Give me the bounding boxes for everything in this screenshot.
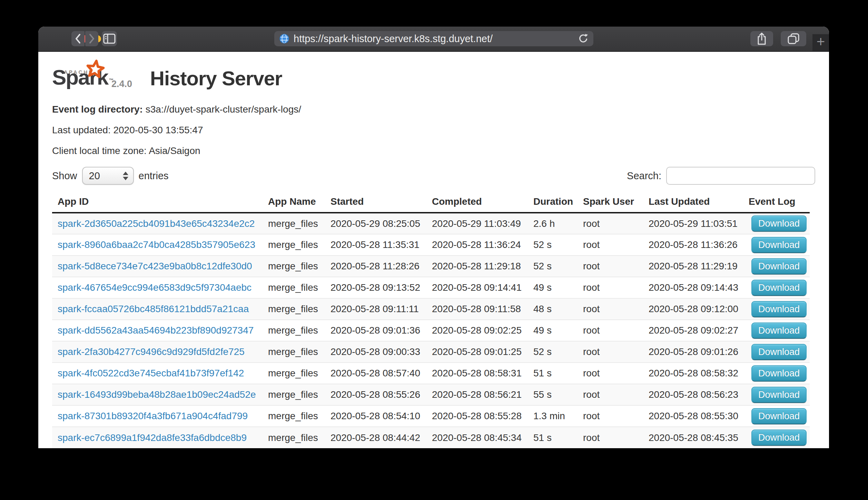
download-button[interactable]: Download — [751, 408, 807, 424]
app-id-link[interactable]: spark-467654e9cc994e6583d9c5f97304aebc — [58, 282, 251, 293]
completed-cell: 2020-05-28 08:45:34 — [426, 427, 528, 448]
table-row: spark-16493d99beba48b28ae1b09ec24ad52eme… — [52, 384, 810, 405]
table-header: App ID App Name Started Completed Durati… — [52, 191, 810, 213]
browser-window: https://spark-history-server.k8s.stg.duy… — [38, 27, 829, 448]
column-header-app-name[interactable]: App Name — [263, 191, 325, 213]
download-button[interactable]: Download — [751, 258, 807, 275]
address-bar[interactable]: https://spark-history-server.k8s.stg.duy… — [274, 31, 593, 46]
app-id-cell: spark-467654e9cc994e6583d9c5f97304aebc — [52, 277, 263, 298]
last-updated-cell: 2020-05-28 08:58:32 — [643, 363, 743, 384]
app-id-link[interactable]: spark-fccaa05726bc485f86121bdd57a21caa — [58, 304, 249, 314]
completed-cell: 2020-05-28 09:14:41 — [426, 277, 528, 298]
tabs-overview-button[interactable] — [781, 31, 806, 46]
page-size-select[interactable]: 20 — [82, 167, 134, 185]
started-cell: 2020-05-28 08:54:10 — [325, 405, 426, 427]
event-log-cell: Download — [743, 405, 810, 427]
spark-user-cell: root — [578, 427, 643, 448]
completed-cell: 2020-05-28 09:02:25 — [426, 320, 528, 341]
column-header-started[interactable]: Started — [325, 191, 426, 213]
download-button[interactable]: Download — [751, 301, 807, 317]
download-button[interactable]: Download — [751, 344, 807, 360]
started-cell: 2020-05-29 08:25:05 — [325, 213, 426, 234]
app-name-cell: merge_files — [263, 298, 325, 320]
last-updated-cell: 2020-05-28 08:55:30 — [643, 405, 743, 427]
spark-user-cell: root — [578, 320, 643, 341]
download-button[interactable]: Download — [751, 430, 807, 446]
app-id-link[interactable]: spark-dd5562a43aa54694b223bf890d927347 — [58, 325, 254, 336]
app-name-cell: merge_files — [263, 341, 325, 363]
table-row: spark-5d8ece734e7c423e9ba0b8c12dfe30d0me… — [52, 256, 810, 277]
column-header-last-updated[interactable]: Last Updated — [643, 191, 743, 213]
duration-cell: 52 s — [528, 256, 578, 277]
duration-cell: 49 s — [528, 277, 578, 298]
duration-cell: 51 s — [528, 363, 578, 384]
completed-cell: 2020-05-28 08:55:28 — [426, 405, 528, 427]
app-id-cell: spark-8960a6baa2c74b0ca4285b357905e623 — [52, 234, 263, 256]
completed-cell: 2020-05-28 09:01:25 — [426, 341, 528, 363]
app-id-link[interactable]: spark-ec7c6899a1f942da8fe33fa6dbdce8b9 — [58, 432, 247, 443]
download-button[interactable]: Download — [751, 237, 807, 253]
globe-icon — [279, 33, 289, 44]
column-header-event-log[interactable]: Event Log — [743, 191, 810, 213]
spark-user-cell: root — [578, 405, 643, 427]
duration-cell: 52 s — [528, 341, 578, 363]
app-id-link[interactable]: spark-5d8ece734e7c423e9ba0b8c12dfe30d0 — [58, 261, 252, 271]
duration-cell: 52 s — [528, 234, 578, 256]
completed-cell: 2020-05-29 11:03:49 — [426, 213, 528, 234]
app-id-link[interactable]: spark-4fc0522cd3e745ecbaf41b73f97ef142 — [58, 368, 244, 378]
column-header-spark-user[interactable]: Spark User — [578, 191, 643, 213]
table-row: spark-8960a6baa2c74b0ca4285b357905e623me… — [52, 234, 810, 256]
completed-cell: 2020-05-28 08:56:21 — [426, 384, 528, 405]
app-name-cell: merge_files — [263, 213, 325, 234]
forward-button[interactable] — [85, 31, 98, 46]
started-cell: 2020-05-28 11:28:26 — [325, 256, 426, 277]
sidebar-toggle-button[interactable] — [102, 31, 117, 46]
app-id-cell: spark-ec7c6899a1f942da8fe33fa6dbdce8b9 — [52, 427, 263, 448]
app-id-link[interactable]: spark-8960a6baa2c74b0ca4285b357905e623 — [58, 239, 255, 250]
app-id-cell: spark-87301b89320f4a3fb671a904c4fad799 — [52, 405, 263, 427]
started-cell: 2020-05-28 09:00:33 — [325, 341, 426, 363]
table-row: spark-87301b89320f4a3fb671a904c4fad799me… — [52, 405, 810, 427]
back-button[interactable] — [71, 31, 85, 46]
app-id-cell: spark-2fa30b4277c9496c9d929fd5fd2fe725 — [52, 341, 263, 363]
download-button[interactable]: Download — [751, 365, 807, 382]
column-header-duration[interactable]: Duration — [528, 191, 578, 213]
column-header-completed[interactable]: Completed — [426, 191, 528, 213]
url-text: https://spark-history-server.k8s.stg.duy… — [294, 33, 493, 45]
event-log-cell: Download — [743, 277, 810, 298]
event-log-cell: Download — [743, 341, 810, 363]
app-name-cell: merge_files — [263, 320, 325, 341]
download-button[interactable]: Download — [751, 323, 807, 339]
app-id-link[interactable]: spark-16493d99beba48b28ae1b09ec24ad52e — [58, 389, 256, 400]
table-row: spark-fccaa05726bc485f86121bdd57a21caame… — [52, 298, 810, 320]
page-title: History Server — [150, 67, 282, 90]
page-size-value: 20 — [89, 170, 100, 182]
last-updated-cell: 2020-05-28 08:45:35 — [643, 427, 743, 448]
app-id-link[interactable]: spark-2fa30b4277c9496c9d929fd5fd2fe725 — [58, 346, 245, 357]
last-updated-cell: 2020-05-28 11:29:19 — [643, 256, 743, 277]
column-header-app-id[interactable]: App ID — [52, 191, 263, 213]
last-updated-cell: 2020-05-28 11:36:26 — [643, 234, 743, 256]
app-id-link[interactable]: spark-2d3650a225cb4091b43e65c43234e2c2 — [58, 218, 255, 229]
download-button[interactable]: Download — [751, 387, 807, 403]
search-input[interactable] — [666, 167, 815, 185]
started-cell: 2020-05-28 08:57:40 — [325, 363, 426, 384]
started-cell: 2020-05-28 08:44:42 — [325, 427, 426, 448]
app-name-cell: merge_files — [263, 277, 325, 298]
completed-cell: 2020-05-28 09:11:58 — [426, 298, 528, 320]
plus-icon: + — [817, 33, 825, 50]
event-log-cell: Download — [743, 427, 810, 448]
duration-cell: 2.6 h — [528, 213, 578, 234]
new-tab-button[interactable]: + — [812, 34, 829, 51]
table-row: spark-2d3650a225cb4091b43e65c43234e2c2me… — [52, 213, 810, 234]
last-updated-line: Last updated: 2020-05-30 13:55:47 — [52, 124, 815, 136]
refresh-button[interactable] — [578, 33, 589, 44]
share-button[interactable] — [750, 31, 773, 46]
page-header: APACHE Spark™ 2.4.0 History Server — [52, 60, 815, 90]
download-button[interactable]: Download — [751, 280, 807, 296]
search-label: Search: — [627, 170, 661, 182]
last-updated-cell: 2020-05-29 11:03:51 — [643, 213, 743, 234]
entries-label: entries — [139, 170, 169, 182]
app-id-link[interactable]: spark-87301b89320f4a3fb671a904c4fad799 — [58, 411, 248, 421]
download-button[interactable]: Download — [751, 215, 807, 232]
